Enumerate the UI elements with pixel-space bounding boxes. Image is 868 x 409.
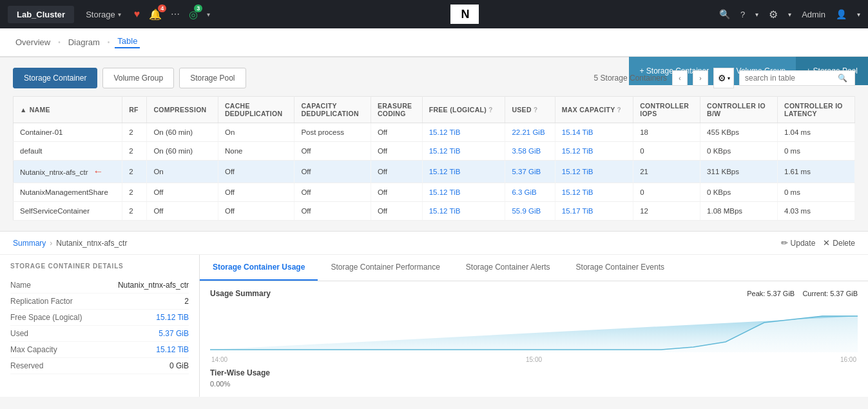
table-cell: Off <box>218 183 294 202</box>
summary-tab-storage-container-performance[interactable]: Storage Container Performance <box>318 255 452 281</box>
table-row[interactable]: Container-012On (60 min)OnPost processOf… <box>14 123 855 142</box>
circle-badge: 3 <box>194 5 202 12</box>
pagination-next[interactable]: › <box>693 70 708 86</box>
usage-header: Usage Summary Peak: 5.37 GiB Current: 5.… <box>210 289 858 298</box>
circle-chevron-icon: ▾ <box>207 11 210 18</box>
gear-chevron-icon[interactable]: ▾ <box>788 11 791 18</box>
table-cell: None <box>218 142 294 161</box>
tab-storage-container[interactable]: Storage Container <box>13 68 97 88</box>
tier-wise-title: Tier-Wise Usage <box>210 368 858 377</box>
dot-1: • <box>58 39 61 46</box>
detail-label: Free Space (Logical) <box>10 313 82 322</box>
table-cell: On <box>147 161 218 183</box>
nav-icons: ♥ 🔔 4 ⋯ ◎ 3 ▾ <box>134 8 211 21</box>
table-cell: 15.12 TiB <box>422 183 505 202</box>
detail-label: Name <box>10 281 31 290</box>
storage-nav[interactable]: Storage ▾ <box>79 10 128 19</box>
table-cell: On (60 min) <box>147 142 218 161</box>
tab-volume-group[interactable]: Volume Group <box>102 68 174 88</box>
col-ctrl-latency[interactable]: CONTROLLER IOLATENCY <box>778 97 855 123</box>
chart-area <box>210 303 858 355</box>
col-ctrl-iops[interactable]: CONTROLLERIOPS <box>633 97 700 123</box>
summary-section: Summary › Nutanix_ntnx-afs_ctr ✏ Update … <box>0 231 868 397</box>
search-input[interactable] <box>745 74 835 83</box>
table-row[interactable]: Nutanix_ntnx-afs_ctr←2OnOffOffOff15.12 T… <box>14 161 855 183</box>
detail-label: Used <box>10 329 28 338</box>
col-max-capacity[interactable]: MAX CAPACITY ? <box>555 97 633 123</box>
breadcrumb-sep: › <box>50 239 52 248</box>
table-row[interactable]: SelfServiceContainer2OffOffOffOff15.12 T… <box>14 202 855 221</box>
table-cell: Off <box>371 142 422 161</box>
summary-tab-storage-container-events[interactable]: Storage Container Events <box>563 255 677 281</box>
table-cell[interactable]: NutanixManagementShare <box>14 183 122 202</box>
admin-user-icon[interactable]: 👤 <box>836 9 847 19</box>
table-row[interactable]: NutanixManagementShare2OffOffOffOff15.12… <box>14 183 855 202</box>
col-capacity-dedup[interactable]: CAPACITYDEDUPLICATION <box>294 97 371 123</box>
tab-storage-pool[interactable]: Storage Pool <box>179 68 246 88</box>
table-cell[interactable]: default <box>14 142 122 161</box>
search-nav-icon[interactable]: 🔍 <box>719 9 730 19</box>
sub-nav-overview[interactable]: Overview <box>13 37 53 47</box>
col-ctrl-bw[interactable]: CONTROLLER IOB/W <box>700 97 778 123</box>
detail-row: NameNutanix_ntnx-afs_ctr <box>10 277 189 294</box>
table-settings-button[interactable]: ⚙▾ <box>713 68 734 88</box>
health-icon-wrap[interactable]: ♥ <box>134 8 140 20</box>
col-name[interactable]: ▲NAME <box>14 97 122 123</box>
sub-nav-diagram[interactable]: Diagram <box>66 37 102 47</box>
summary-tab-storage-container-alerts[interactable]: Storage Container Alerts <box>453 255 563 281</box>
col-free-logical[interactable]: FREE (LOGICAL) ? <box>422 97 505 123</box>
tasks-wrap[interactable]: ⋯ <box>171 9 180 19</box>
table-cell: 0 KBps <box>700 183 778 202</box>
table-cell: Off <box>147 183 218 202</box>
tabs-panel: Storage Container UsageStorage Container… <box>200 255 868 397</box>
update-button[interactable]: ✏ Update <box>781 238 816 248</box>
alerts-bell-wrap[interactable]: 🔔 4 <box>149 8 162 21</box>
storage-table: ▲NAME RF COMPRESSION CACHEDEDUPLICATION … <box>13 96 855 221</box>
col-erasure[interactable]: ERASURECODING <box>371 97 422 123</box>
table-cell: 0 <box>633 183 700 202</box>
detail-label: Reserved <box>10 361 43 370</box>
circle-chevron-wrap[interactable]: ▾ <box>207 10 210 19</box>
pagination-prev[interactable]: ‹ <box>672 70 688 86</box>
logo-box: N <box>450 5 479 24</box>
table-cell: Off <box>371 161 422 183</box>
table-cell: Off <box>294 183 371 202</box>
help-chevron-icon[interactable]: ▾ <box>755 11 758 18</box>
sub-nav-table[interactable]: Table <box>115 36 140 48</box>
col-compression[interactable]: COMPRESSION <box>147 97 218 123</box>
tier-pct: 0.00% <box>210 380 858 388</box>
table-cell[interactable]: SelfServiceContainer <box>14 202 122 221</box>
table-row[interactable]: default2On (60 min)NoneOffOff15.12 TiB3.… <box>14 142 855 161</box>
col-used[interactable]: USED ? <box>505 97 555 123</box>
current-label: Current: 5.37 GiB <box>802 290 858 297</box>
top-nav: Lab_Cluster Storage ▾ ♥ 🔔 4 ⋯ ◎ 3 ▾ N 🔍 … <box>0 0 868 28</box>
table-cell: 15.12 TiB <box>555 142 633 161</box>
table-cell: Off <box>371 183 422 202</box>
table-cell: 6.3 GiB <box>505 183 555 202</box>
breadcrumb-root[interactable]: Summary <box>13 239 46 248</box>
dot-2: • <box>108 39 110 46</box>
detail-value: 2 <box>184 297 189 306</box>
tabs-header: Storage Container UsageStorage Container… <box>200 255 868 281</box>
summary-tab-storage-container-usage[interactable]: Storage Container Usage <box>200 255 318 281</box>
delete-button[interactable]: ✕ Delete <box>823 238 855 248</box>
logo-text: N <box>461 8 468 21</box>
cluster-name[interactable]: Lab_Cluster <box>8 6 74 23</box>
pencil-icon: ✏ <box>781 238 788 248</box>
detail-row: Max Capacity15.12 TiB <box>10 342 189 358</box>
summary-breadcrumb: Summary › Nutanix_ntnx-afs_ctr ✏ Update … <box>0 232 868 255</box>
col-rf[interactable]: RF <box>122 97 147 123</box>
nav-logo: N <box>210 5 719 24</box>
table-cell: 15.12 TiB <box>422 202 505 221</box>
table-cell[interactable]: Nutanix_ntnx-afs_ctr← <box>14 161 122 183</box>
admin-label[interactable]: Admin <box>802 10 825 19</box>
table-cell: 1.08 MBps <box>700 202 778 221</box>
help-icon[interactable]: ? <box>740 10 745 19</box>
table-cell[interactable]: Container-01 <box>14 123 122 142</box>
table-cell: 4.03 ms <box>778 202 855 221</box>
sub-nav: Overview • Diagram • Table <box>0 28 868 57</box>
col-cache-dedup[interactable]: CACHEDEDUPLICATION <box>218 97 294 123</box>
gear-icon[interactable]: ⚙ <box>769 8 778 21</box>
circle-wrap[interactable]: ◎ 3 <box>189 8 198 21</box>
admin-chevron-icon[interactable]: ▾ <box>857 11 860 18</box>
